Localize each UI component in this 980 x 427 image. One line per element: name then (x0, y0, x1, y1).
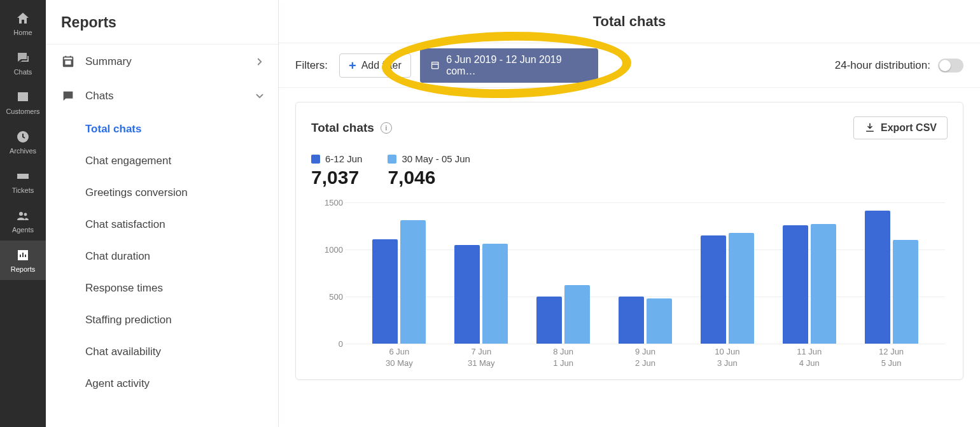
bar[interactable] (783, 225, 808, 344)
bar[interactable] (372, 239, 398, 344)
svg-point-1 (19, 212, 23, 216)
nav-label: Customers (6, 108, 39, 115)
sidebar-title: Reports (46, 14, 278, 44)
legend-block: 30 May - 05 Jun7,046 (388, 153, 470, 188)
x-label: 12 Jun5 Jun (850, 346, 932, 369)
sidebar-row-summary[interactable]: Summary (46, 45, 278, 79)
filters-label: Filters: (295, 59, 328, 72)
calendar-icon (61, 55, 75, 69)
bar[interactable] (647, 298, 672, 344)
chart-legend: 6-12 Jun7,03730 May - 05 Jun7,046 (311, 153, 948, 188)
bar[interactable] (482, 244, 508, 344)
sidebar-item-total-chats[interactable]: Total chats (85, 113, 278, 145)
main: Total chats Filters: + Add filter 6 Jun … (279, 0, 980, 427)
customers-icon (15, 90, 31, 105)
nav-reports[interactable]: Reports (0, 241, 46, 280)
nav-customers[interactable]: Customers (0, 83, 46, 122)
chat-icon (15, 50, 31, 66)
x-label: 11 Jun4 Jun (768, 346, 850, 369)
chart: 050010001500 6 Jun30 May7 Jun31 May8 Jun… (311, 200, 948, 365)
info-icon[interactable]: i (381, 122, 392, 134)
filters-bar: Filters: + Add filter 6 Jun 2019 - 12 Ju… (279, 43, 980, 88)
y-tick: 1000 (315, 244, 343, 254)
date-chip-label: 6 Jun 2019 - 12 Jun 2019 com… (446, 54, 588, 77)
download-icon (864, 122, 876, 134)
sidebar-row-chats[interactable]: Chats (46, 79, 278, 113)
sidebar-item-chat-duration[interactable]: Chat duration (85, 241, 278, 272)
message-icon (61, 89, 75, 103)
date-range-chip[interactable]: 6 Jun 2019 - 12 Jun 2019 com… (420, 48, 598, 83)
sidebar-item-staffing-prediction[interactable]: Staffing prediction (85, 304, 278, 336)
legend-value: 7,046 (388, 167, 470, 188)
nav-archives[interactable]: Archives (0, 122, 46, 162)
svg-point-2 (24, 213, 27, 216)
sidebar-item-chat-engagement[interactable]: Chat engagement (85, 145, 278, 177)
bar-group (522, 202, 605, 344)
legend-label: 6-12 Jun (325, 153, 362, 164)
legend-swatch (388, 155, 396, 164)
bar[interactable] (701, 235, 726, 344)
nav-label: Agents (12, 226, 34, 234)
x-label: 9 Jun2 Jun (605, 346, 687, 369)
nav-agents[interactable]: Agents (0, 201, 46, 241)
x-label: 8 Jun1 Jun (522, 346, 605, 369)
bar-group (358, 202, 440, 344)
add-filter-label: Add filter (361, 60, 402, 71)
legend-block: 6-12 Jun7,037 (311, 153, 362, 188)
bar-group (686, 202, 768, 344)
x-label: 6 Jun30 May (358, 346, 440, 369)
bar[interactable] (729, 233, 754, 344)
bar[interactable] (400, 220, 426, 344)
bar[interactable] (893, 240, 918, 344)
distribution-toggle[interactable] (938, 59, 963, 73)
export-label: Export CSV (881, 122, 937, 134)
x-label: 7 Jun31 May (440, 346, 522, 369)
nav-label: Archives (10, 147, 36, 155)
nav-label: Tickets (12, 186, 34, 194)
sidebar-label: Summary (85, 55, 132, 68)
y-tick: 1500 (315, 198, 343, 207)
legend-label: 30 May - 05 Jun (402, 153, 470, 164)
gridline (346, 344, 945, 344)
nav-home[interactable]: Home (0, 4, 46, 43)
nav-tickets[interactable]: Tickets (0, 162, 46, 201)
bar-group (768, 202, 850, 344)
nav-label: Chats (14, 68, 32, 76)
reports-icon (15, 248, 31, 263)
home-icon (15, 11, 31, 26)
total-chats-card: Total chats i Export CSV 6-12 Jun7,03730… (295, 102, 963, 380)
y-tick: 500 (315, 291, 343, 301)
bar[interactable] (454, 245, 480, 344)
nav-chats[interactable]: Chats (0, 43, 46, 83)
distribution-label: 24-hour distribution: (835, 59, 930, 72)
bar[interactable] (619, 297, 644, 344)
sidebar-item-agent-activity[interactable]: Agent activity (85, 368, 278, 400)
chevron-down-icon (254, 90, 265, 102)
bar[interactable] (564, 285, 590, 344)
nav-rail: Home Chats Customers Archives Tickets Ag… (0, 0, 46, 427)
legend-value: 7,037 (311, 167, 362, 188)
bar-groups (346, 202, 945, 344)
bar-group (850, 202, 932, 344)
bar[interactable] (865, 211, 890, 344)
calendar-small-icon (430, 60, 440, 71)
bar-group (440, 202, 522, 344)
sidebar-label: Chats (85, 90, 113, 102)
sidebar-item-greetings-conversion[interactable]: Greetings conversion (85, 177, 278, 209)
clock-icon (15, 129, 31, 144)
nav-label: Home (13, 29, 32, 36)
sidebar-item-chat-availability[interactable]: Chat availability (85, 336, 278, 368)
card-title: Total chats (311, 121, 374, 135)
bar[interactable] (536, 297, 562, 344)
sidebar-item-response-times[interactable]: Response times (85, 272, 278, 304)
bar[interactable] (811, 224, 836, 344)
export-csv-button[interactable]: Export CSV (853, 116, 948, 139)
ticket-icon (15, 169, 31, 184)
sidebar-item-chat-satisfaction[interactable]: Chat satisfaction (85, 209, 278, 241)
sidebar: Reports Summary Chats Total chatsChat en… (46, 0, 279, 427)
x-label: 10 Jun3 Jun (686, 346, 768, 369)
add-filter-button[interactable]: + Add filter (339, 53, 411, 78)
y-tick: 0 (315, 339, 343, 349)
bar-group (605, 202, 687, 344)
sidebar-subitems: Total chatsChat engagementGreetings conv… (46, 113, 278, 400)
